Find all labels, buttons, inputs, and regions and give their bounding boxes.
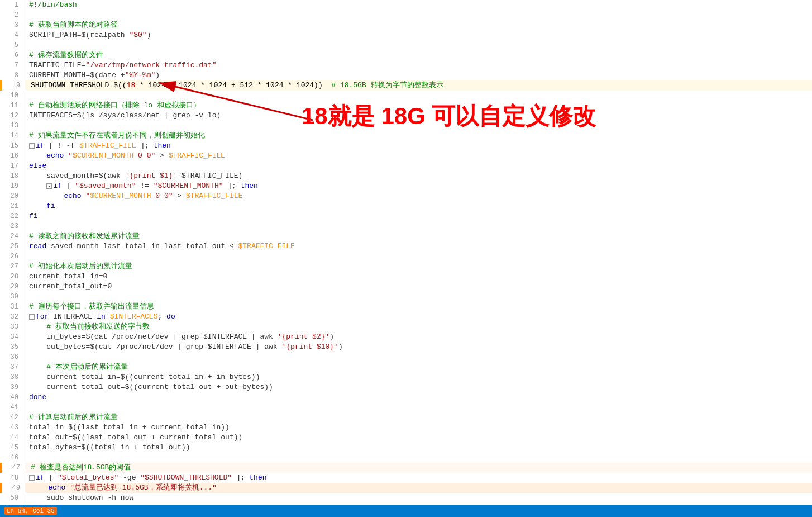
line-content: #!/bin/bash — [23, 0, 812, 10]
code-line: 38 current_total_in=$((current_total_in … — [0, 372, 812, 382]
line-number: 30 — [0, 292, 23, 302]
line-number: 50 — [0, 493, 23, 503]
code-editor: 1#!/bin/bash2 3# 获取当前脚本的绝对路径4SCRIPT_PATH… — [0, 0, 812, 517]
line-content — [23, 121, 812, 131]
line-content: else — [23, 161, 812, 171]
line-content: # 自动检测活跃的网络接口（排除 lo 和虚拟接口） — [23, 101, 812, 111]
code-line: 10 — [0, 91, 812, 101]
line-number: 2 — [0, 10, 23, 20]
line-content: current_total_out=$((current_total_out +… — [23, 382, 812, 392]
line-number: 17 — [0, 161, 23, 171]
code-line: 18 saved_month=$(awk '{print $1}' $TRAFF… — [0, 171, 812, 181]
code-line: 31# 遍历每个接口，获取并输出流量信息 — [0, 302, 812, 312]
line-content: -if [ "$total_bytes" -ge "$SHUTDOWN_THRE… — [23, 473, 812, 483]
line-content: sudo shutdown -h now — [23, 493, 812, 503]
line-content: echo "$CURRENT_MONTH 0 0" > $TRAFFIC_FIL… — [23, 191, 812, 201]
line-content: # 计算启动前后的累计流量 — [23, 412, 812, 423]
line-number: 7 — [0, 60, 23, 70]
line-content — [23, 453, 812, 463]
line-content: SCRIPT_PATH=$(realpath "$0") — [23, 30, 812, 40]
line-content: # 获取当前接收和发送的字节数 — [23, 322, 812, 332]
line-content: # 检查是否达到18.5GB的阈值 — [25, 463, 812, 473]
line-number: 41 — [0, 402, 23, 412]
code-line: 15-if [ ! -f $TRAFFIC_FILE ]; then — [0, 141, 812, 151]
code-line: 34 in_bytes=$(cat /proc/net/dev | grep $… — [0, 332, 812, 342]
line-number: 3 — [0, 20, 23, 30]
code-line: 22fi — [0, 211, 812, 221]
line-number: 9 — [2, 80, 25, 91]
code-line: 13 — [0, 121, 812, 131]
code-line: 9SHUTDOWN_THRESHOLD=$((18 * 1024 * 1024 … — [0, 80, 812, 91]
line-number: 1 — [0, 0, 23, 10]
line-number: 37 — [0, 362, 23, 372]
code-line: 7TRAFFIC_FILE="/var/tmp/network_traffic.… — [0, 60, 812, 70]
code-line: 26 — [0, 252, 812, 262]
code-line: 50 sudo shutdown -h now — [0, 493, 812, 503]
line-content: out_bytes=$(cat /proc/net/dev | grep $IN… — [23, 342, 812, 352]
code-line: 4SCRIPT_PATH=$(realpath "$0") — [0, 30, 812, 40]
line-number: 25 — [0, 241, 23, 252]
code-line: 36 — [0, 352, 812, 362]
line-content: fi — [23, 201, 812, 211]
line-number: 6 — [0, 50, 23, 60]
line-content: SHUTDOWN_THRESHOLD=$((18 * 1024 * 1024 *… — [25, 80, 812, 91]
line-number: 19 — [0, 181, 23, 191]
line-number: 36 — [0, 352, 23, 362]
line-number: 27 — [0, 262, 23, 272]
code-line: 19 -if [ "$saved_month" != "$CURRENT_MON… — [0, 181, 812, 191]
code-line: 44total_out=$((last_total_out + current_… — [0, 433, 812, 443]
line-number: 18 — [0, 171, 23, 181]
line-content: # 读取之前的接收和发送累计流量 — [23, 231, 812, 241]
code-line: 39 current_total_out=$((current_total_ou… — [0, 382, 812, 392]
line-number: 38 — [0, 372, 23, 382]
line-number: 45 — [0, 443, 23, 453]
line-number: 28 — [0, 272, 23, 282]
line-number: 46 — [0, 453, 23, 463]
code-line: 11# 自动检测活跃的网络接口（排除 lo 和虚拟接口） — [0, 101, 812, 111]
line-number: 34 — [0, 332, 23, 342]
line-number: 42 — [0, 412, 23, 423]
line-number: 26 — [0, 252, 23, 262]
line-content: read saved_month last_total_in last_tota… — [23, 241, 812, 252]
line-content: CURRENT_MONTH=$(date +"%Y-%m") — [23, 70, 812, 80]
line-content: # 初始化本次启动后的累计流量 — [23, 262, 812, 272]
code-line: 6# 保存流量数据的文件 — [0, 50, 812, 60]
bottom-status-bar: Ln 54, Col 35 — [0, 505, 812, 517]
line-content — [23, 402, 812, 412]
code-line: 1#!/bin/bash — [0, 0, 812, 10]
code-line: 8CURRENT_MONTH=$(date +"%Y-%m") — [0, 70, 812, 80]
line-number: 21 — [0, 201, 23, 211]
line-number: 40 — [0, 392, 23, 402]
code-line: 2 — [0, 10, 812, 20]
line-content: -for INTERFACE in $INTERFACES; do — [23, 312, 812, 322]
code-line: 37 # 本次启动后的累计流量 — [0, 362, 812, 372]
line-number: 31 — [0, 302, 23, 312]
code-line: 47# 检查是否达到18.5GB的阈值 — [0, 463, 812, 473]
line-number: 23 — [0, 221, 23, 231]
code-line: 27# 初始化本次启动后的累计流量 — [0, 262, 812, 272]
line-number: 39 — [0, 382, 23, 392]
line-number: 43 — [0, 423, 23, 433]
code-line: 5 — [0, 40, 812, 50]
code-line: 41 — [0, 402, 812, 412]
line-content: TRAFFIC_FILE="/var/tmp/network_traffic.d… — [23, 60, 812, 70]
line-number: 35 — [0, 342, 23, 352]
code-line: 49 echo "总流量已达到 18.5GB，系统即将关机..." — [0, 483, 812, 493]
code-line: 42# 计算启动前后的累计流量 — [0, 412, 812, 423]
line-content — [23, 252, 812, 262]
line-content: INTERFACES=$(ls /sys/class/net | grep -v… — [23, 111, 812, 121]
line-number: 22 — [0, 211, 23, 221]
line-content: total_in=$((last_total_in + current_tota… — [23, 423, 812, 433]
code-line: 40done — [0, 392, 812, 402]
line-content: -if [ ! -f $TRAFFIC_FILE ]; then — [23, 141, 812, 151]
line-content: saved_month=$(awk '{print $1}' $TRAFFIC_… — [23, 171, 812, 181]
code-line: 43total_in=$((last_total_in + current_to… — [0, 423, 812, 433]
code-line: 14# 如果流量文件不存在或者月份不同，则创建并初始化 — [0, 131, 812, 141]
code-line: 45total_bytes=$((total_in + total_out)) — [0, 443, 812, 453]
code-line: 46 — [0, 453, 812, 463]
code-line: 35 out_bytes=$(cat /proc/net/dev | grep … — [0, 342, 812, 352]
line-content: # 遍历每个接口，获取并输出流量信息 — [23, 302, 812, 312]
code-line: 32-for INTERFACE in $INTERFACES; do — [0, 312, 812, 322]
line-content — [23, 292, 812, 302]
code-line: 33 # 获取当前接收和发送的字节数 — [0, 322, 812, 332]
